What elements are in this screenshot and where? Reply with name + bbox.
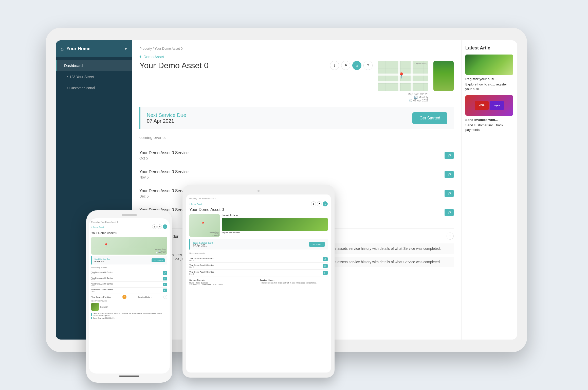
- map-logo: Logic4training: [414, 62, 427, 64]
- phone-get-started-button[interactable]: Get Started: [152, 258, 165, 262]
- event-name-2: Your Demo Asset 0 Service: [139, 189, 189, 193]
- property-header: Your Demo Asset 0 ℹ ⚑ ⌂ ?: [139, 61, 454, 102]
- phone-title: Your Demo Asset 0: [91, 231, 167, 235]
- sidebar-header[interactable]: ⌂ Your Home ▾: [56, 40, 132, 57]
- property-title: Your Demo Asset 0: [139, 61, 209, 70]
- phone-event-name-3: Your Demo Asset 0 Service: [91, 289, 113, 291]
- st-history-title: Service History: [260, 279, 328, 281]
- st-map-info: Map data ©2020 Monthly 07 Apr 2021: [210, 232, 219, 236]
- st-bookmark-button[interactable]: ⚑: [317, 201, 322, 206]
- st-get-started-button[interactable]: Get Started: [309, 242, 325, 247]
- map-thumbnail: 📍 Logic4training: [378, 61, 428, 91]
- map-container: 📍 Logic4training Map data ©2020 🔄 Monthl…: [378, 61, 428, 102]
- event-name-0: Your Demo Asset 0 Service: [139, 151, 189, 155]
- event-item-0: Your Demo Asset 0 Service Oct 5 🏷: [139, 146, 454, 165]
- phone-provider-edit-button[interactable]: ✏: [122, 295, 126, 299]
- service-due-label: Next Service Due: [147, 112, 186, 118]
- phone-content: Property / Your Demo Asset 0 ♦ Demo Asse…: [89, 218, 170, 374]
- phone-notch: [122, 214, 137, 216]
- phone-event-date-1: Nov 5: [91, 279, 113, 280]
- phone-history-item-1: Demo Business 2019-06-07...: [91, 317, 167, 319]
- phone-event-tag-2[interactable]: 🏷: [163, 283, 167, 286]
- st-provider-section: Service Provider Name : Demo Business Ad…: [189, 279, 328, 286]
- sidebar-item-dashboard[interactable]: Dashboard: [56, 60, 132, 71]
- info-button[interactable]: ℹ: [330, 61, 339, 70]
- st-event-tag-0[interactable]: 🏷: [323, 257, 328, 261]
- st-article-text-0: Register your business...: [222, 232, 328, 234]
- add-history-button[interactable]: +: [447, 233, 454, 240]
- phone-event-tag-0[interactable]: 🏷: [163, 271, 167, 275]
- st-articles: Latest Article Register your business...: [222, 214, 328, 237]
- event-tag-button-1[interactable]: 🏷: [445, 171, 454, 178]
- st-provider-title: Service Provider: [189, 279, 257, 281]
- phone-bookmark-button[interactable]: ⚑: [157, 224, 162, 229]
- phone-info-button[interactable]: ℹ: [152, 224, 157, 229]
- phone-event-name-0: Your Demo Asset 0 Service: [91, 271, 113, 273]
- service-card: Next Service Due 07 Apr 2021 Get Started: [139, 107, 454, 129]
- phone-provider-title: Your Service Provider: [91, 296, 111, 298]
- event-tag-button-3[interactable]: 🏷: [445, 209, 454, 216]
- bookmark-button[interactable]: ⚑: [341, 61, 350, 70]
- small-tablet-device: Property / Your Demo Asset 0 ♦ Demo Asse…: [182, 185, 335, 378]
- sidebar-title: Your Home: [66, 46, 90, 51]
- event-item-1: Your Demo Asset 0 Service Nov 5 🏷: [139, 165, 454, 184]
- st-info-button[interactable]: ℹ: [311, 201, 316, 206]
- sidebar-navigation: Dashboard 123 Your Street Customer Porta…: [56, 57, 132, 96]
- service-due-date: 07 Apr 2021: [147, 118, 186, 124]
- article-item-0: Register your busi... Explore how to sig…: [465, 55, 513, 92]
- phone-service-date: 07 Apr 2021: [95, 260, 110, 262]
- st-event-date-0: Oct 5: [189, 259, 214, 261]
- event-tag-button-2[interactable]: 🏷: [445, 190, 454, 197]
- phone-events-title: Upcoming events: [91, 267, 167, 269]
- phone-device: Property / Your Demo Asset 0 ♦ Demo Asse…: [86, 210, 172, 383]
- st-events-title: Upcoming events: [189, 252, 328, 254]
- get-started-button[interactable]: Get Started: [412, 112, 447, 124]
- phone-history-item-0: Demo Business 2019-06-07 12:37:34 - A No…: [91, 313, 167, 316]
- phone-map-pin: 📍: [104, 243, 108, 247]
- home-action-button[interactable]: ⌂: [352, 61, 361, 70]
- st-article-item-0: Register your business...: [222, 218, 328, 234]
- st-layout: 📍 Map data ©2020 Monthly 07 Apr 2021 Lat…: [189, 214, 328, 237]
- st-home-button[interactable]: ⌂: [323, 201, 328, 206]
- map-pin: 📍: [398, 72, 405, 79]
- st-actions: ℹ ⚑ ⌂: [311, 201, 328, 206]
- phone-event-name-1: Your Demo Asset 0 Service: [91, 277, 113, 279]
- st-event-tag-2[interactable]: 🏷: [323, 271, 328, 275]
- phone-event-date-2: Dec 5: [91, 285, 113, 286]
- st-article-image-0: [222, 218, 328, 231]
- phone-events-list: Your Demo Asset 0 Service Oct 5 🏷 Your D…: [91, 270, 167, 293]
- phone-add-history-button[interactable]: +: [163, 295, 167, 299]
- st-event-tag-1[interactable]: 🏷: [323, 264, 328, 268]
- article-item-1: VISA PayPal Send Invoices with... Send c…: [465, 95, 513, 132]
- phone-actions: ℹ ⚑ ⌂: [152, 224, 167, 229]
- articles-panel: Latest Artic Register your busi... Explo…: [461, 40, 517, 340]
- phone-event-tag-3[interactable]: 🏷: [163, 289, 167, 292]
- help-button[interactable]: ?: [363, 61, 373, 70]
- phone-breadcrumb: Property / Your Demo Asset 0: [91, 221, 167, 223]
- st-service-due-label: Next Service Due: [193, 241, 213, 244]
- sidebar-item-portal[interactable]: Customer Portal: [56, 82, 132, 94]
- article-image-0: [465, 55, 513, 75]
- phone-service-text: Next Service Due 07 Apr 2021: [95, 258, 110, 262]
- st-title: Your Demo Asset 0: [189, 207, 328, 212]
- phone-event-name-2: Your Demo Asset 0 Service: [91, 283, 113, 285]
- article-text-0: Register your busi... Explore how to sig…: [465, 77, 513, 92]
- phone-event-tag-1[interactable]: 🏷: [163, 277, 167, 280]
- phone-provider-header: Your Service Provider ✏ Service History …: [91, 295, 167, 299]
- st-event-date-2: Dec 5: [189, 273, 214, 275]
- phone-event-date-3: Jan 5: [91, 291, 113, 292]
- st-asset-tag: ♦ Demo Asset: [189, 203, 202, 205]
- phone-event-3: Your Demo Asset 0 Service Jan 5 🏷: [91, 288, 167, 293]
- st-event-date-1: Nov 5: [189, 266, 214, 268]
- sidebar-item-street[interactable]: 123 Your Street: [56, 71, 132, 82]
- asset-tag: ♦ Demo Asset: [139, 54, 454, 59]
- st-breadcrumb: Property / Your Demo Asset 0: [189, 198, 328, 200]
- event-tag-button-0[interactable]: 🏷: [445, 152, 454, 159]
- phone-home-button[interactable]: ⌂: [163, 224, 167, 229]
- phone-provider-subtitle: About Your Provider: [91, 300, 167, 302]
- small-tablet-screen: Property / Your Demo Asset 0 ♦ Demo Asse…: [186, 194, 331, 373]
- st-provider-name: Name : Demo Business: [189, 282, 257, 284]
- st-articles-title: Latest Article: [222, 214, 328, 217]
- st-service-card: Next Service Due 07 Apr 2021 Get Started: [189, 239, 328, 250]
- upcoming-events-title: coming events: [139, 135, 454, 142]
